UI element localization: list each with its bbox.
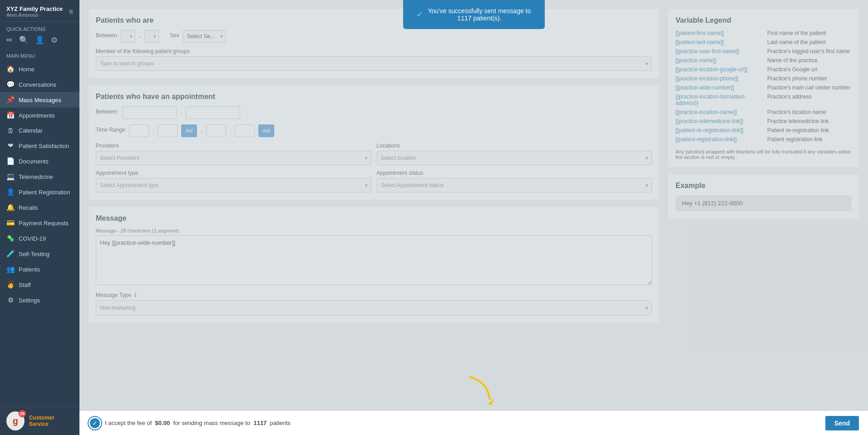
time2-h[interactable]: [206, 124, 226, 137]
sidebar-item-settings[interactable]: ⚙ Settings: [0, 292, 79, 308]
var-desc-practice-location-google-url: Practice's Google url: [767, 66, 852, 73]
var-practice-name[interactable]: [[practice-name]]: [676, 57, 760, 64]
bottom-bar: ✓ I accept the fee of $0.00 for sending …: [79, 410, 868, 435]
var-practice-location-google-url[interactable]: [[practice-location-google-url]]: [676, 66, 760, 73]
ampm2-button[interactable]: AM: [258, 124, 274, 137]
patients-who-are-section: Patients who are Between -: [89, 9, 659, 78]
sidebar-item-conversations[interactable]: 💬 Conversations: [0, 77, 79, 92]
accept-checkbox[interactable]: ✓: [89, 417, 101, 430]
sex-label: Sex: [170, 32, 179, 39]
time2-m[interactable]: [235, 124, 255, 137]
appt-status-wrapper: Select Appointment status: [377, 178, 652, 193]
home-icon: 🏠: [6, 65, 15, 73]
filter-icon[interactable]: ⚙: [51, 35, 58, 45]
appt-between-label: Between:: [96, 109, 118, 115]
age-to-wrapper: [144, 30, 159, 43]
time1-m[interactable]: [158, 124, 178, 137]
ampm1-button[interactable]: AM: [181, 124, 197, 137]
var-practice-location-phone[interactable]: [[practice-location-phone]]: [676, 75, 760, 82]
sidebar-item-covid[interactable]: 🦠 COVID-19: [0, 231, 79, 246]
appt-status-select[interactable]: Select Appointment status: [377, 178, 652, 193]
patients-section-title: Patients who are: [96, 16, 652, 25]
appt-date-to[interactable]: [186, 106, 240, 119]
sidebar-item-staff[interactable]: 👩 Staff: [0, 277, 79, 292]
example-bubble: Hey +1 (812) 222-0000: [676, 195, 852, 211]
var-patient-re-registration-link[interactable]: [[patient-re-registration-link]]: [676, 127, 760, 133]
appointment-section: Patients who have an appointment Between…: [89, 85, 659, 200]
patients-icon: 👥: [6, 265, 15, 273]
conversations-icon: 💬: [6, 80, 15, 89]
var-practice-location-formatted-address[interactable]: {[practice-location-formatted-address}}: [676, 94, 760, 106]
time1-h[interactable]: [129, 124, 149, 137]
sidebar-item-telemedicine[interactable]: 💻 Telemedicine: [0, 169, 79, 184]
sidebar-item-patient-satisfaction[interactable]: ❤ Patient Satisfaction: [0, 138, 79, 153]
sidebar-item-home[interactable]: 🏠 Home: [0, 61, 79, 77]
var-patient-first-name[interactable]: [[patient-first-name]]: [676, 30, 760, 36]
var-practice-telemedicine-link[interactable]: [[practice-telemedicine-link]]: [676, 118, 760, 124]
providers-col: Providers Select Providers: [96, 143, 371, 165]
var-desc-practice-user-first-name: Practice's logged user's first name: [767, 48, 852, 54]
appointments-icon: 📅: [6, 111, 15, 119]
var-patient-registration-link[interactable]: [[patient-registration-link]]: [676, 136, 760, 143]
sidebar-item-documents[interactable]: 📄 Documents: [0, 153, 79, 169]
covid-icon: 🦠: [6, 234, 15, 242]
age-from-wrapper: [121, 30, 135, 43]
sidebar-item-recalls[interactable]: 🔔 Recalls: [0, 200, 79, 215]
user-icon[interactable]: 👤: [35, 35, 44, 45]
var-desc-practice-location-phone: Practice's phone number: [767, 75, 852, 82]
search-icon[interactable]: 🔍: [19, 35, 29, 45]
var-desc-patient-last-name: Last name of the patient: [767, 39, 852, 45]
sidebar-item-payment-requests[interactable]: 💳 Payment Requests: [0, 215, 79, 231]
patient-groups-select[interactable]: Type to search groups: [96, 56, 652, 71]
message-type-row: Message Type ℹ Non-marketing: [96, 292, 652, 316]
sidebar-item-label: Payment Requests: [19, 220, 69, 227]
fee-amount: $0.00: [155, 420, 170, 426]
appt-type-status-row: Appointment type Select Appointment type…: [96, 170, 652, 193]
var-desc-practice-location-formatted-address: Practice's address: [767, 94, 852, 106]
var-desc-patient-re-registration-link: Patient re-registration link: [767, 127, 852, 133]
appt-type-select[interactable]: Select Appointment type: [96, 178, 371, 193]
send-button[interactable]: Send: [825, 416, 859, 430]
sidebar-item-label: Documents: [19, 158, 49, 165]
avatar-badge: 29: [19, 410, 26, 417]
var-desc-patient-first-name: First name of the patient: [767, 30, 852, 36]
example-section: Example Hey +1 (812) 222-0000: [668, 174, 859, 218]
sidebar-item-label: COVID-19: [19, 235, 46, 242]
avatar[interactable]: g 29: [6, 411, 25, 430]
sidebar-footer: g 29 Customer Service: [0, 406, 79, 435]
left-column: Patients who are Between -: [89, 9, 659, 323]
sidebar-item-self-testing[interactable]: 🧪 Self-Testing: [0, 246, 79, 262]
hamburger-icon[interactable]: ≡: [69, 8, 73, 16]
message-textarea[interactable]: Hey [[practice-wide-number]]: [96, 235, 652, 285]
providers-select[interactable]: Select Providers: [96, 151, 371, 165]
main-content: ✓ You've successfully sent message to 11…: [79, 0, 868, 435]
patient-groups-wrapper: Type to search groups: [96, 56, 652, 71]
avatar-letter: g: [13, 416, 18, 426]
var-practice-location-name[interactable]: [[practice-location-name]]: [676, 109, 760, 115]
appt-date-from[interactable]: [122, 106, 177, 119]
compose-icon[interactable]: ✏: [6, 35, 13, 45]
between-label: Between: [96, 32, 117, 39]
sex-select[interactable]: Select Se...: [183, 30, 226, 43]
var-patient-last-name[interactable]: [[patient-last-name]]: [676, 39, 760, 45]
message-type-select[interactable]: Non-marketing: [96, 300, 652, 316]
time-range-row: Time Range : AM - : AM: [96, 124, 652, 137]
toast-check-icon: ✓: [416, 10, 423, 20]
sidebar-item-patient-registration[interactable]: 👤 Patient Registration: [0, 184, 79, 200]
user-name: Alvin Amoroso: [6, 12, 63, 18]
age-from-select[interactable]: [121, 30, 135, 43]
satisfaction-icon: ❤: [6, 142, 15, 150]
var-practice-user-first-name[interactable]: [[practice-user-first-name]]: [676, 48, 760, 54]
sidebar-item-label: Recalls: [19, 204, 38, 211]
var-practice-wide-number[interactable]: [[practice-wide-number]]: [676, 84, 760, 91]
sidebar-item-calendar[interactable]: 🗓 Calendar: [0, 123, 79, 138]
sidebar-item-patients[interactable]: 👥 Patients: [0, 262, 79, 277]
sidebar-item-appointments[interactable]: 📅 Appointments: [0, 108, 79, 123]
sidebar-item-label: Self-Testing: [19, 251, 49, 257]
age-to-select[interactable]: [144, 30, 159, 43]
sidebar-item-label: Patient Registration: [19, 189, 70, 196]
var-desc-practice-wide-number: Practice's main call center number: [767, 84, 852, 91]
message-type-wrapper: Non-marketing: [96, 300, 652, 316]
sidebar-item-mass-messages[interactable]: 📌 Mass Messages: [0, 92, 79, 108]
locations-select[interactable]: Select location: [377, 151, 652, 165]
